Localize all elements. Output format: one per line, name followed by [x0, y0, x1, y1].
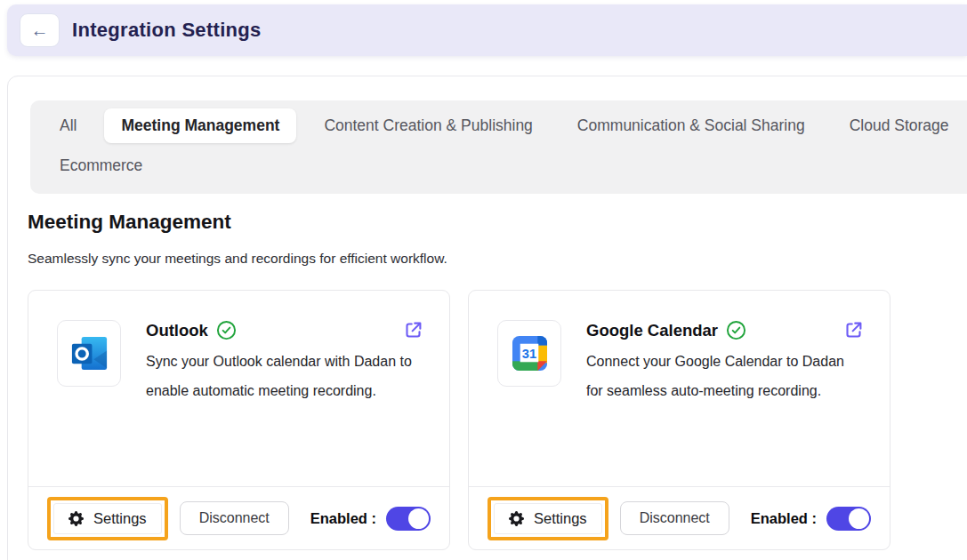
card-footer: Settings Disconnect Enabled :: [469, 486, 890, 549]
toggle-knob: [849, 508, 869, 529]
external-link-icon[interactable]: [844, 321, 863, 340]
title-row: Outlook: [146, 320, 423, 340]
section-subtitle: Seamlessly sync your meetings and record…: [28, 251, 447, 267]
tab-meeting-management[interactable]: Meeting Management: [104, 108, 296, 143]
arrow-left-icon: ←: [31, 20, 49, 41]
enabled-group: Enabled :: [310, 507, 431, 531]
settings-button[interactable]: Settings: [53, 503, 162, 534]
integration-card-outlook: Outlook: [28, 290, 450, 550]
google-calendar-logo-icon: 31: [509, 332, 551, 374]
enabled-toggle[interactable]: [826, 507, 871, 531]
app-description: Connect your Google Calendar to Dadan fo…: [586, 347, 863, 405]
external-link-icon[interactable]: [404, 321, 423, 340]
enabled-toggle[interactable]: [386, 507, 431, 531]
card-footer: Settings Disconnect Enabled :: [28, 486, 449, 549]
tab-cloud-storage[interactable]: Cloud Storage: [833, 108, 966, 143]
google-calendar-icon: 31: [497, 320, 561, 387]
app-name: Outlook: [146, 321, 208, 340]
outlook-icon: [57, 320, 121, 387]
integration-cards: Outlook: [28, 290, 890, 550]
check-circle-icon: [216, 320, 237, 340]
app-name: Google Calendar: [586, 321, 718, 340]
enabled-label: Enabled :: [310, 510, 376, 527]
tab-all[interactable]: All: [43, 108, 93, 143]
category-tabs: All Meeting Management Content Creation …: [30, 100, 967, 194]
toggle-knob: [408, 508, 429, 529]
tab-row-2: Ecommerce: [43, 148, 967, 183]
disconnect-button[interactable]: Disconnect: [180, 501, 289, 535]
tab-content-creation[interactable]: Content Creation & Publishing: [307, 108, 549, 143]
title-row: Google Calendar: [586, 320, 863, 340]
settings-highlight-annotation: Settings: [47, 497, 168, 540]
back-button[interactable]: ←: [20, 13, 60, 47]
outlook-logo-icon: [68, 332, 110, 374]
check-circle-icon: [726, 320, 746, 340]
app-description: Sync your Outlook calendar with Dadan to…: [146, 347, 423, 405]
gear-icon: [68, 511, 84, 526]
header-bar: ← Integration Settings: [7, 4, 967, 56]
settings-button-label: Settings: [93, 510, 147, 527]
card-body: Outlook: [28, 291, 449, 405]
settings-button[interactable]: Settings: [494, 503, 602, 534]
tab-ecommerce[interactable]: Ecommerce: [43, 148, 159, 183]
integration-card-google-calendar: 31 Google Calendar: [468, 290, 890, 550]
card-main: Outlook: [146, 320, 423, 405]
card-body: 31 Google Calendar: [469, 291, 890, 405]
card-main: Google Calendar: [586, 320, 863, 405]
settings-highlight-annotation: Settings: [488, 497, 608, 540]
tab-communication-social[interactable]: Communication & Social Sharing: [560, 108, 822, 143]
tab-row-1: All Meeting Management Content Creation …: [43, 108, 967, 143]
section-title: Meeting Management: [28, 211, 231, 234]
enabled-label: Enabled :: [751, 510, 817, 527]
main-panel: All Meeting Management Content Creation …: [7, 76, 967, 560]
svg-text:31: 31: [521, 347, 536, 361]
disconnect-button[interactable]: Disconnect: [620, 501, 729, 535]
page-title: Integration Settings: [72, 19, 262, 42]
gear-icon: [509, 511, 524, 526]
settings-button-label: Settings: [534, 510, 587, 527]
enabled-group: Enabled :: [751, 507, 871, 531]
